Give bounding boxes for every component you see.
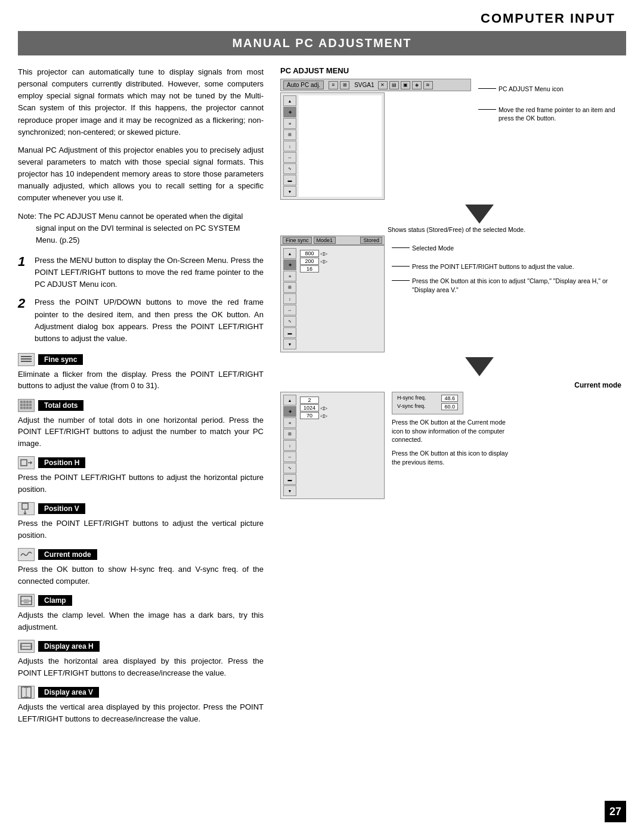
mode-bar: Fine sync Mode1 Stored [280,236,385,245]
mode-mode1: Mode1 [314,237,336,244]
sb3-icon-8: ▬ [283,474,296,485]
position-v-desc: Press the POINT LEFT/RIGHT buttons to ad… [18,518,264,541]
sb2-icon-3: ≡ [283,271,296,281]
total-dots-icon [18,399,35,412]
ann-clamp-note: Press the OK button at this icon to adju… [392,277,626,294]
h-sync-label: H-sync freq. [397,395,426,402]
third-diagram-area: ▲ ◈ ≡ ⊞ ↕ ↔ ∿ ▬ ▼ 2 [280,392,626,499]
sb-icon-9: ▼ [283,186,296,197]
clamp-desc: Adjusts the clamp level. When the image … [18,609,264,633]
svg-rect-14 [29,407,32,409]
value-row-4: 2 [300,397,380,404]
bot-annotations: Press the OK button at the Current mode … [392,418,511,466]
ann-line-av [392,266,410,267]
auto-pc-btn[interactable]: Auto PC adj. [283,80,324,89]
item-position-v: Position V Press the POINT LEFT/RIGHT bu… [18,502,264,541]
total-dots-title: Total dots [38,400,83,411]
svg-rect-10 [29,404,32,406]
ann-selected-mode: Selected Mode [392,244,626,253]
mode-fine-sync: Fine sync [283,237,312,244]
main-content: This projector can automatically tune to… [0,66,644,732]
item-position-v-label: Position V [18,502,264,515]
arrow-down-2 [333,357,626,376]
sidebar-strip-mid: ▲ ◈ ≡ ⊞ ↕ ↔ ∿ ▬ ▼ [283,248,296,349]
ann-adjust-value-text: Press the POINT LEFT/RIGHT buttons to ad… [412,262,574,271]
clamp-title: Clamp [38,595,72,606]
val-200: 200 [300,258,319,265]
svg-rect-1 [21,358,32,360]
intro-para2: Manual PC Adjustment of this projector e… [18,144,264,205]
third-diagram: ▲ ◈ ≡ ⊞ ↕ ↔ ∿ ▬ ▼ 2 [280,392,385,499]
svg-rect-11 [20,407,23,409]
step-1: 1 Press the MENU button to display the O… [18,255,264,290]
sb3-icon-9: ▼ [283,485,296,496]
current-mode-desc: Press the OK button to show H-sync freq.… [18,563,264,587]
position-v-icon [18,502,35,515]
step-1-number: 1 [18,255,29,269]
display-area-h-icon [18,640,35,653]
ann-line-1 [478,88,496,89]
step-2: 2 Press the POINT UP/DOWN buttons to mov… [18,296,264,345]
value-row-3: 16 [300,265,380,272]
sync-section: H-sync freq. 48.6 V-sync freq. 60.0 Pres… [392,392,511,499]
clamp-icon [18,594,35,607]
sb2-icon-8: ▬ [283,327,296,338]
v-sync-label: V-sync freq. [397,403,426,410]
sb2-icon-4: ⊞ [283,282,296,293]
section-title: MANUAL PC ADJUSTMENT [18,36,626,50]
sb-icon-2: ◈ [283,107,296,117]
item-clamp-label: Clamp [18,594,264,607]
sb3-icon-2: ◈ [283,406,296,417]
value-area: 800 ◁▷ 200 ◁▷ 16 [299,248,382,349]
panel-content-top [299,95,382,197]
value-row-2: 200 ◁▷ [300,258,380,265]
sb3-icon-3: ≡ [283,417,296,428]
fine-sync-desc: Eliminate a flicker from the display. Pr… [18,368,264,392]
svg-rect-18 [22,503,28,509]
icon5: ▣ [401,81,410,89]
sb3-icon-4: ⊞ [283,429,296,439]
sb-icon-4: ⊞ [283,129,296,140]
sidebar-strip-bot: ▲ ◈ ≡ ⊞ ↕ ↔ ∿ ▬ ▼ [283,395,296,496]
sb3-icon-5: ↕ [283,440,296,451]
item-total-dots-label: Total dots [18,399,264,412]
sync-display: H-sync freq. 48.6 V-sync freq. 60.0 [392,392,463,414]
position-h-desc: Press the POINT LEFT/RIGHT buttons to ad… [18,472,264,495]
intro-para1: This projector can automatically tune to… [18,66,264,138]
display-area-h-desc: Adjusts the horizontal area displayed by… [18,655,264,679]
sb2-icon-2: ◈ [283,259,296,270]
item-display-area-v: Display area V Adjusts the vertical area… [18,686,264,724]
item-total-dots: Total dots Adjust the number of total do… [18,399,264,450]
fine-sync-icon [18,353,35,366]
arrow-down-1 [333,205,626,224]
sb2-icon-6: ↔ [283,305,296,315]
mid-annotations: Selected Mode Press the POINT LEFT/RIGHT… [392,236,626,352]
sb-icon-1: ▲ [283,95,296,106]
icon3: ✕ [378,81,388,89]
main-panel-bot: ▲ ◈ ≡ ⊞ ↕ ↔ ∿ ▬ ▼ 2 [280,392,385,499]
sb2-icon-1: ▲ [283,248,296,259]
v-sync-val: 60.0 [441,403,458,410]
sb-icon-5: ↕ [283,141,296,151]
ann-move-red: Move the red frame pointer to an item an… [478,106,626,123]
sidebar-strip-top: ▲ ◈ ≡ ⊞ ↕ ↔ ∿ ▬ ▼ [283,95,296,197]
sb2-icon-7: ∿ [283,316,296,327]
item-display-area-h: Display area H Adjusts the horizontal ar… [18,640,264,679]
icon2: ⊞ [340,81,349,89]
ann-menu-icon: PC ADJUST Menu icon [478,85,626,94]
current-mode-section-label: Current mode [280,381,621,389]
ann-line-cn [392,280,410,281]
item-display-area-v-label: Display area V [18,686,264,699]
previous-items-note: Press the OK button at this icon to disp… [392,449,511,466]
val-16: 16 [300,265,319,272]
top-annotations: PC ADJUST Menu icon Move the red frame p… [478,79,626,200]
svg-rect-13 [26,407,29,409]
icon6: ◈ [412,81,422,89]
display-area-v-desc: Adjusts the vertical area displayed by t… [18,701,264,724]
ann-adjust-value: Press the POINT LEFT/RIGHT buttons to ad… [392,262,626,271]
item-current-mode: Current mode Press the OK button to show… [18,548,264,587]
position-h-title: Position H [38,457,85,468]
arr-5: ◁▷ [320,405,327,411]
section-title-bar: MANUAL PC ADJUSTMENT [18,31,626,55]
value-row-6: 70 ◁▷ [300,412,380,419]
